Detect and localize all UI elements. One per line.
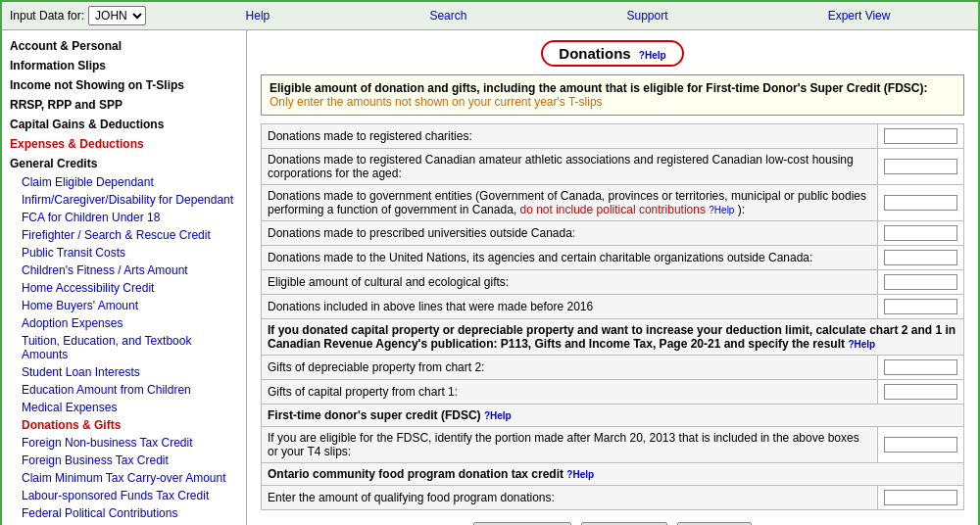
sidebar-item-labour[interactable]: Labour-sponsored Funds Tax Credit — [2, 487, 246, 504]
nav-help[interactable]: Help — [246, 9, 270, 23]
table-row: Donations made to the United Nations, it… — [262, 246, 964, 270]
row-input-6[interactable] — [878, 295, 964, 319]
row7-help-link[interactable]: ?Help — [848, 339, 875, 350]
row-input-2[interactable] — [878, 185, 964, 221]
row-label-3: Donations made to prescribed universitie… — [262, 221, 878, 246]
row-label-0: Donations made to registered charities: — [262, 124, 878, 149]
nav-support[interactable]: Support — [627, 9, 668, 23]
table-row-fdsc: First-time donor's super credit (FDSC) ?… — [262, 405, 964, 427]
sidebar-item-tuition[interactable]: Tuition, Education, and Textbook Amounts — [2, 332, 246, 363]
input-5[interactable] — [884, 274, 957, 290]
row-label-10: First-time donor's super credit (FDSC) ?… — [262, 405, 964, 427]
top-nav: Help Search Support Expert View — [166, 9, 970, 23]
row-label-9: Gifts of capital property from chart 1: — [262, 380, 878, 405]
table-row: Donations included in above lines that w… — [262, 295, 964, 319]
row-label-1: Donations made to registered Canadian am… — [262, 149, 878, 185]
input-3[interactable] — [884, 225, 957, 241]
table-row: Eligible amount of cultural and ecologic… — [262, 270, 964, 295]
sidebar-item-home-accessibility[interactable]: Home Accessibility Credit — [2, 279, 246, 297]
input-9[interactable] — [884, 384, 957, 400]
row12-help-link[interactable]: ?Help — [566, 469, 594, 480]
table-row: If you are eligible for the FDSC, identi… — [262, 427, 964, 463]
sidebar-item-min-tax[interactable]: Claim Minimum Tax Carry-over Amount — [2, 469, 246, 487]
sidebar-general-credits-list: Claim Eligible Dependant Infirm/Caregive… — [2, 173, 246, 525]
row-input-11[interactable] — [878, 427, 964, 463]
input-6[interactable] — [884, 299, 957, 314]
sidebar-item-fitness[interactable]: Children's Fitness / Arts Amount — [2, 262, 246, 279]
page-title-area: Donations ?Help — [261, 40, 964, 67]
row-label-12: Ontario community food program donation … — [262, 463, 964, 486]
sidebar-item-adoption[interactable]: Adoption Expenses — [2, 314, 246, 332]
donations-badge: Donations ?Help — [541, 40, 683, 67]
row-label-8: Gifts of depreciable property from chart… — [262, 356, 878, 380]
row2-help-link[interactable]: ?Help — [709, 205, 734, 215]
row-label-4: Donations made to the United Nations, it… — [262, 246, 878, 270]
input-11[interactable] — [884, 437, 957, 453]
sidebar-item-political[interactable]: Federal Political Contributions — [2, 504, 246, 522]
sidebar-capital[interactable]: Capital Gains & Deductions — [2, 115, 246, 134]
input-13[interactable] — [884, 490, 957, 505]
sidebar-item-home-buyers[interactable]: Home Buyers' Amount — [2, 297, 246, 314]
input-2[interactable] — [884, 195, 957, 211]
table-row: Donations made to registered charities: — [262, 124, 964, 149]
info-text-orange: Only enter the amounts not shown on your… — [270, 95, 603, 109]
row-input-9[interactable] — [878, 380, 964, 405]
row10-help-link[interactable]: ?Help — [484, 410, 512, 421]
input-4[interactable] — [884, 250, 957, 265]
sidebar-item-education[interactable]: Education Amount from Children — [2, 381, 246, 399]
input-8[interactable] — [884, 359, 957, 375]
sidebar-item-transit[interactable]: Public Transit Costs — [2, 244, 246, 262]
table-row: Gifts of capital property from chart 1: — [262, 380, 964, 405]
row-input-4[interactable] — [878, 246, 964, 270]
user-select[interactable]: JOHN — [88, 6, 146, 25]
donations-form-table: Donations made to registered charities: … — [261, 123, 964, 510]
table-row: Enter the amount of qualifying food prog… — [262, 486, 964, 510]
sidebar-item-foreign-nonbiz[interactable]: Foreign Non-business Tax Credit — [2, 434, 246, 452]
table-row-bold: If you donated capital property or depre… — [262, 319, 964, 356]
row-label-5: Eligible amount of cultural and ecologic… — [262, 270, 878, 295]
row-input-0[interactable] — [878, 124, 964, 149]
row-input-3[interactable] — [878, 221, 964, 246]
info-text-bold: Eligible amount of donation and gifts, i… — [270, 81, 928, 95]
sidebar: Account & Personal Information Slips Inc… — [2, 30, 247, 525]
sidebar-item-fca[interactable]: FCA for Children Under 18 — [2, 209, 246, 226]
row-label-13: Enter the amount of qualifying food prog… — [262, 486, 878, 510]
nav-expert[interactable]: Expert View — [828, 9, 891, 23]
sidebar-item-donations[interactable]: Donations & Gifts — [2, 416, 246, 434]
sidebar-item-medical[interactable]: Medical Expenses — [2, 399, 246, 416]
sidebar-income[interactable]: Income not Showing on T-Slips — [2, 75, 246, 95]
table-row-ontario: Ontario community food program donation … — [262, 463, 964, 486]
table-row: Donations made to government entities (G… — [262, 185, 964, 221]
row-input-13[interactable] — [878, 486, 964, 510]
sidebar-rrsp[interactable]: RRSP, RPP and SPP — [2, 95, 246, 115]
input-label: Input Data for: — [10, 9, 84, 23]
page-title: Donations — [559, 45, 630, 62]
donations-help-link[interactable]: ?Help — [639, 50, 666, 61]
sidebar-account[interactable]: Account & Personal — [2, 36, 246, 56]
row-label-2: Donations made to government entities (G… — [262, 185, 878, 221]
sidebar-item-claim-eligible[interactable]: Claim Eligible Dependant — [2, 173, 246, 191]
table-row: Gifts of depreciable property from chart… — [262, 356, 964, 380]
row-label-6: Donations included in above lines that w… — [262, 295, 878, 319]
input-1[interactable] — [884, 159, 957, 174]
sidebar-item-student-loan[interactable]: Student Loan Interests — [2, 363, 246, 381]
sidebar-info-slips[interactable]: Information Slips — [2, 56, 246, 75]
sidebar-general-credits: General Credits — [2, 154, 246, 173]
table-row: Donations made to prescribed universitie… — [262, 221, 964, 246]
nav-search[interactable]: Search — [429, 9, 466, 23]
row-input-5[interactable] — [878, 270, 964, 295]
sidebar-item-infirm[interactable]: Infirm/Caregiver/Disability for Dependan… — [2, 191, 246, 209]
row-input-8[interactable] — [878, 356, 964, 380]
input-data-section: Input Data for: JOHN — [10, 6, 146, 25]
row-label-11: If you are eligible for the FDSC, identi… — [262, 427, 878, 463]
sidebar-expenses[interactable]: Expenses & Deductions — [2, 134, 246, 154]
info-box: Eligible amount of donation and gifts, i… — [261, 74, 964, 116]
row-input-1[interactable] — [878, 149, 964, 185]
input-0[interactable] — [884, 128, 957, 144]
sidebar-item-firefighter[interactable]: Firefighter / Search & Rescue Credit — [2, 226, 246, 244]
main-content: Donations ?Help Eligible amount of donat… — [247, 30, 978, 525]
row-label-7: If you donated capital property or depre… — [262, 319, 964, 356]
sidebar-item-foreign-biz[interactable]: Foreign Business Tax Credit — [2, 452, 246, 469]
table-row: Donations made to registered Canadian am… — [262, 149, 964, 185]
